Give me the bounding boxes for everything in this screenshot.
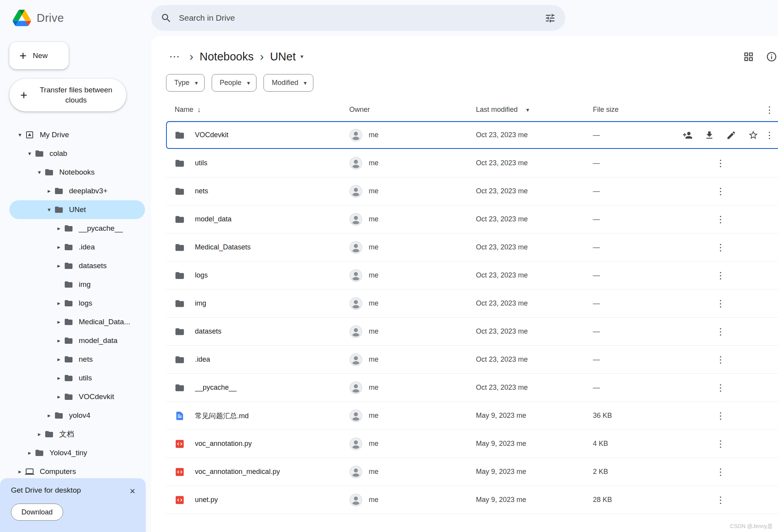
expand-arrow-icon[interactable]: ▾ (25, 150, 35, 157)
tree-item-utils[interactable]: ▸ utils (9, 369, 145, 387)
drive-home-link[interactable]: Drive (0, 10, 64, 26)
file-row-voc-annotation-py[interactable]: voc_annotation.py me May 9, 2023 me 4 KB… (166, 430, 778, 458)
more-options-button[interactable]: ⋮ (712, 438, 729, 449)
expand-arrow-icon[interactable]: ▸ (44, 412, 54, 419)
new-button[interactable]: + New (9, 42, 69, 69)
file-row-logs[interactable]: logs me Oct 23, 2023 me — ⋮ (166, 262, 778, 290)
tree-item-unet[interactable]: ▾ UNet (9, 200, 145, 219)
file-row-utils[interactable]: utils me Oct 23, 2023 me — ⋮ (166, 149, 778, 177)
tree-item-idea[interactable]: ▸ .idea (9, 238, 145, 256)
more-options-button[interactable]: ⋮ (712, 382, 729, 393)
more-options-button[interactable]: ⋮ (712, 214, 729, 225)
folder-icon (64, 392, 73, 401)
tree-item-logs[interactable]: ▸ logs (9, 294, 145, 313)
folder-icon (64, 224, 73, 233)
more-options-button[interactable]: ⋮ (712, 270, 729, 281)
expand-arrow-icon[interactable]: ▸ (44, 187, 54, 194)
info-button[interactable] (766, 51, 777, 62)
file-row-nets[interactable]: nets me Oct 23, 2023 me — ⋮ (166, 177, 778, 205)
tree-item-label: nets (79, 355, 93, 364)
file-row-medical-datasets[interactable]: Medical_Datasets me Oct 23, 2023 me — ⋮ (166, 233, 778, 262)
file-row-idea[interactable]: .idea me Oct 23, 2023 me — ⋮ (166, 346, 778, 374)
file-row-pycache[interactable]: __pycache__ me Oct 23, 2023 me — ⋮ (166, 374, 778, 402)
share-add-person-button[interactable] (683, 130, 693, 140)
tree-item-notebooks[interactable]: ▾ Notebooks (9, 163, 145, 182)
rename-button[interactable] (726, 130, 736, 140)
expand-arrow-icon[interactable]: ▸ (34, 431, 44, 438)
tree-item-img[interactable]: img (9, 275, 145, 294)
file-size: — (593, 327, 683, 336)
dropdown-caret-icon: ▾ (247, 80, 250, 87)
breadcrumb-current-folder[interactable]: UNet ▾ (270, 50, 304, 63)
search-bar[interactable] (151, 5, 565, 31)
tree-item-yolov4-tiny[interactable]: ▸ Yolov4_tiny (9, 444, 145, 462)
file-row-model-data[interactable]: model_data me Oct 23, 2023 me — ⋮ (166, 205, 778, 233)
tree-item-vocdevkit[interactable]: ▸ VOCdevkit (9, 387, 145, 406)
expand-arrow-icon[interactable]: ▸ (54, 300, 64, 307)
more-options-button[interactable]: ⋮ (712, 186, 729, 197)
grid-view-button[interactable] (743, 51, 754, 62)
breadcrumb-parent[interactable]: Notebooks (200, 50, 254, 63)
download-button[interactable] (704, 130, 714, 140)
expand-arrow-icon[interactable]: ▸ (15, 468, 25, 475)
more-options-button[interactable]: ⋮ (761, 130, 778, 141)
tree-item-my-drive[interactable]: ▾ My Drive (9, 125, 145, 144)
more-options-button[interactable]: ⋮ (712, 242, 729, 253)
tree-item-medical-data[interactable]: ▸ Medical_Data... (9, 313, 145, 331)
column-header-size[interactable]: File size (593, 106, 683, 114)
tree-item-label: Yolov4_tiny (50, 449, 87, 457)
file-row-md[interactable]: 常见问题汇总.md me May 9, 2023 me 36 KB ⋮ (166, 402, 778, 430)
expand-arrow-icon[interactable]: ▸ (54, 375, 64, 382)
close-icon[interactable]: ✕ (127, 486, 138, 497)
expand-arrow-icon[interactable]: ▾ (34, 169, 44, 176)
filter-chip-type[interactable]: Type ▾ (166, 74, 205, 92)
expand-arrow-icon[interactable]: ▸ (54, 318, 64, 325)
column-header-modified[interactable]: Last modified ▾ (476, 106, 593, 114)
more-options-button[interactable]: ⋮ (712, 354, 729, 365)
file-row-vocdevkit[interactable]: VOCdevkit me Oct 23, 2023 me — ⋮ (166, 121, 778, 149)
more-options-button[interactable]: ⋮ (712, 495, 729, 505)
file-row-unet-py[interactable]: unet.py me May 9, 2023 me 28 KB ⋮ (166, 486, 778, 514)
column-header-name[interactable]: Name ↓ (166, 106, 349, 114)
expand-arrow-icon[interactable]: ▸ (54, 337, 64, 344)
tree-item-colab[interactable]: ▾ colab (9, 144, 145, 163)
more-options-button[interactable]: ⋮ (712, 467, 729, 477)
download-drive-button[interactable]: Download (11, 504, 63, 521)
more-options-button[interactable]: ⋮ (712, 326, 729, 337)
file-row-voc-annotation-medical-py[interactable]: voc_annotation_medical.py me May 9, 2023… (166, 458, 778, 486)
advanced-search-icon[interactable] (545, 12, 556, 24)
more-options-button[interactable]: ⋮ (712, 158, 729, 169)
tree-item-pycache[interactable]: ▸ __pycache__ (9, 219, 145, 238)
search-icon[interactable] (161, 12, 172, 24)
filter-chip-people[interactable]: People ▾ (212, 74, 257, 92)
breadcrumb-more-icon[interactable]: ⋯ (166, 49, 183, 64)
search-input[interactable] (179, 13, 538, 23)
filter-chip-modified[interactable]: Modified ▾ (263, 74, 313, 92)
expand-arrow-icon[interactable]: ▸ (54, 356, 64, 363)
expand-arrow-icon[interactable]: ▸ (54, 393, 64, 400)
expand-arrow-icon[interactable]: ▸ (25, 449, 35, 456)
expand-arrow-icon[interactable]: ▾ (15, 131, 25, 138)
folder-icon (175, 214, 185, 224)
tree-item-model-data[interactable]: ▸ model_data (9, 331, 145, 350)
file-row-datasets[interactable]: datasets me Oct 23, 2023 me — ⋮ (166, 318, 778, 346)
expand-arrow-icon[interactable]: ▸ (54, 262, 64, 269)
last-modified: Oct 23, 2023 me (476, 159, 593, 167)
more-options-button[interactable]: ⋮ (712, 298, 729, 309)
expand-arrow-icon[interactable]: ▾ (44, 206, 54, 213)
expand-arrow-icon[interactable]: ▸ (54, 225, 64, 232)
column-header-owner[interactable]: Owner (349, 106, 476, 114)
tree-item-datasets[interactable]: ▸ datasets (9, 256, 145, 275)
transfer-files-button[interactable]: + Transfer files between clouds (9, 79, 126, 111)
file-name: .idea (195, 355, 210, 364)
tree-item-item[interactable]: ▸ 文档 (9, 425, 145, 444)
expand-arrow-icon[interactable]: ▸ (54, 244, 64, 251)
more-options-button[interactable]: ⋮ (712, 410, 729, 421)
file-row-img[interactable]: img me Oct 23, 2023 me — ⋮ (166, 290, 778, 318)
tree-item-yolov4[interactable]: ▸ yolov4 (9, 406, 145, 425)
list-more-options-button[interactable]: ⋮ (761, 104, 778, 115)
tree-item-deeplabv3[interactable]: ▸ deeplabv3+ (9, 182, 145, 200)
file-name: utils (195, 159, 207, 167)
star-button[interactable] (748, 130, 759, 140)
tree-item-nets[interactable]: ▸ nets (9, 350, 145, 369)
